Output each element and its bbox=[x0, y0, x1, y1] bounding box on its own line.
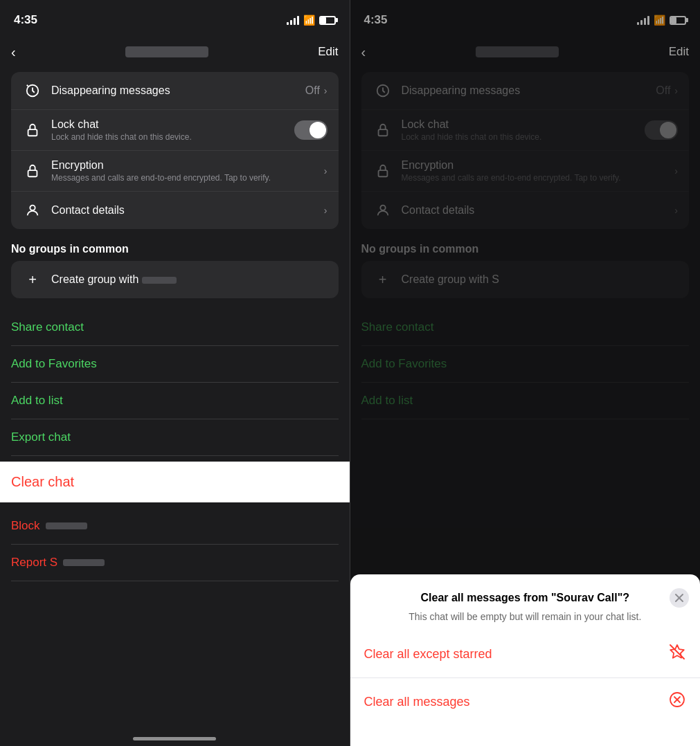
contact-icon bbox=[22, 200, 43, 221]
left-panel: 4:35 📶 ‹ Edit bbox=[0, 0, 350, 746]
lock-toggle[interactable] bbox=[294, 120, 327, 140]
groups-section-header: No groups in common bbox=[0, 237, 350, 258]
svg-rect-1 bbox=[28, 129, 37, 136]
x-circle-icon bbox=[668, 691, 686, 713]
clear-except-starred-label: Clear all except starred bbox=[364, 647, 492, 662]
clear-all-messages-label: Clear all messages bbox=[364, 695, 470, 709]
add-list-item[interactable]: Add to list bbox=[11, 383, 339, 419]
action-group: Share contact Add to Favorites Add to li… bbox=[0, 309, 350, 456]
chevron-icon: › bbox=[324, 85, 327, 96]
status-icons-left: 📶 bbox=[287, 15, 336, 26]
clear-chat-label: Clear chat bbox=[11, 474, 74, 489]
sheet-close-button[interactable] bbox=[670, 588, 689, 608]
sheet-header: Clear all messages from "Sourav Call"? T… bbox=[350, 574, 701, 630]
add-favorites-item[interactable]: Add to Favorites bbox=[11, 346, 339, 383]
disappearing-label: Disappearing messages bbox=[51, 84, 305, 97]
star-slash-icon bbox=[668, 643, 686, 665]
disappearing-value: Off bbox=[305, 84, 320, 97]
sheet-subtitle: This chat will be empty but will remain … bbox=[385, 611, 666, 622]
signal-icon bbox=[287, 15, 299, 25]
right-panel: 4:35 📶 ‹ Edit bbox=[350, 0, 701, 746]
export-chat-item[interactable]: Export chat bbox=[11, 419, 339, 456]
create-group-row[interactable]: + Create group with bbox=[11, 261, 339, 298]
clear-chat-row[interactable]: Clear chat bbox=[0, 462, 350, 502]
battery-icon bbox=[319, 16, 336, 25]
disappearing-messages-row[interactable]: Disappearing messages Off › bbox=[11, 72, 339, 110]
lock-chat-row[interactable]: Lock chat Lock and hide this chat on thi… bbox=[11, 110, 339, 151]
chevron-icon: › bbox=[324, 205, 327, 216]
sheet-title: Clear all messages from "Sourav Call"? bbox=[385, 591, 666, 606]
encryption-subtitle: Messages and calls are end-to-end encryp… bbox=[51, 173, 324, 183]
plus-icon: + bbox=[22, 269, 43, 290]
report-item[interactable]: Report S bbox=[11, 545, 339, 581]
encryption-icon bbox=[22, 161, 43, 181]
block-item[interactable]: Block bbox=[11, 508, 339, 545]
encryption-label: Encryption bbox=[51, 159, 324, 172]
create-group-label: Create group with bbox=[51, 273, 327, 286]
share-contact-item[interactable]: Share contact bbox=[11, 309, 339, 346]
lock-icon bbox=[22, 120, 43, 140]
disappearing-icon bbox=[22, 80, 43, 101]
svg-point-3 bbox=[30, 206, 35, 210]
edit-button-left[interactable]: Edit bbox=[318, 45, 338, 59]
lock-subtitle: Lock and hide this chat on this device. bbox=[51, 132, 294, 142]
clear-all-messages-action[interactable]: Clear all messages bbox=[350, 678, 701, 725]
back-button-left[interactable]: ‹ bbox=[11, 44, 16, 60]
contact-label: Contact details bbox=[51, 204, 324, 217]
status-bar-left: 4:35 📶 bbox=[0, 0, 350, 35]
bottom-sheet: Clear all messages from "Sourav Call"? T… bbox=[350, 574, 701, 746]
contact-name-left bbox=[125, 46, 208, 57]
create-group-item[interactable]: + Create group with bbox=[11, 261, 339, 298]
time-left: 4:35 bbox=[14, 13, 37, 27]
home-indicator-left bbox=[133, 737, 216, 740]
wifi-icon: 📶 bbox=[303, 15, 315, 26]
clear-except-starred-action[interactable]: Clear all except starred bbox=[350, 630, 701, 678]
settings-group-left: Disappearing messages Off › Lock chat Lo… bbox=[11, 72, 339, 229]
lock-label: Lock chat bbox=[51, 118, 294, 131]
chevron-icon: › bbox=[324, 165, 327, 176]
nav-bar-left: ‹ Edit bbox=[0, 35, 350, 69]
contact-details-row[interactable]: Contact details › bbox=[11, 192, 339, 229]
svg-rect-2 bbox=[28, 170, 37, 176]
encryption-row[interactable]: Encryption Messages and calls are end-to… bbox=[11, 151, 339, 192]
danger-action-group: Block Report S bbox=[0, 508, 350, 581]
